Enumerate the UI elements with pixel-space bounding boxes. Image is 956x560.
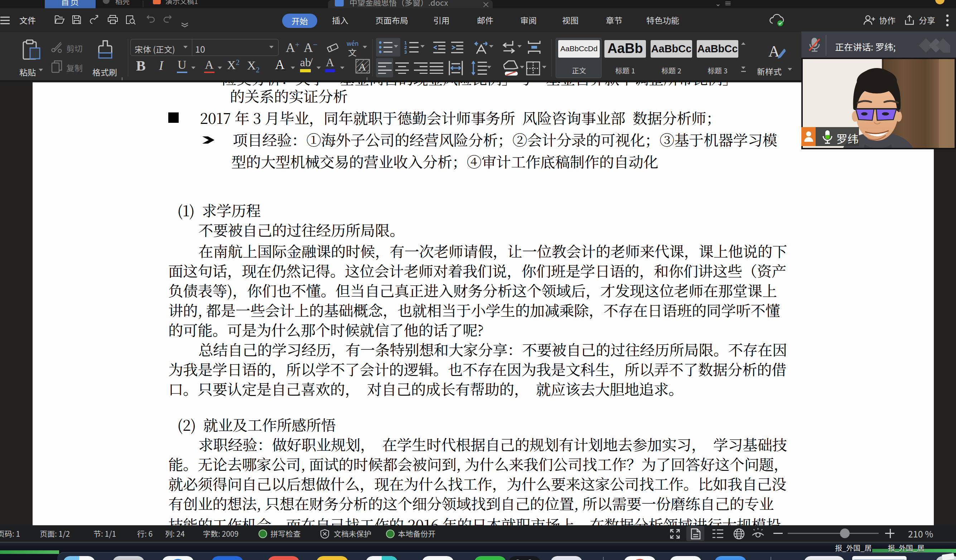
svg-text:A: A <box>358 61 366 73</box>
svg-text:3: 3 <box>404 49 407 54</box>
